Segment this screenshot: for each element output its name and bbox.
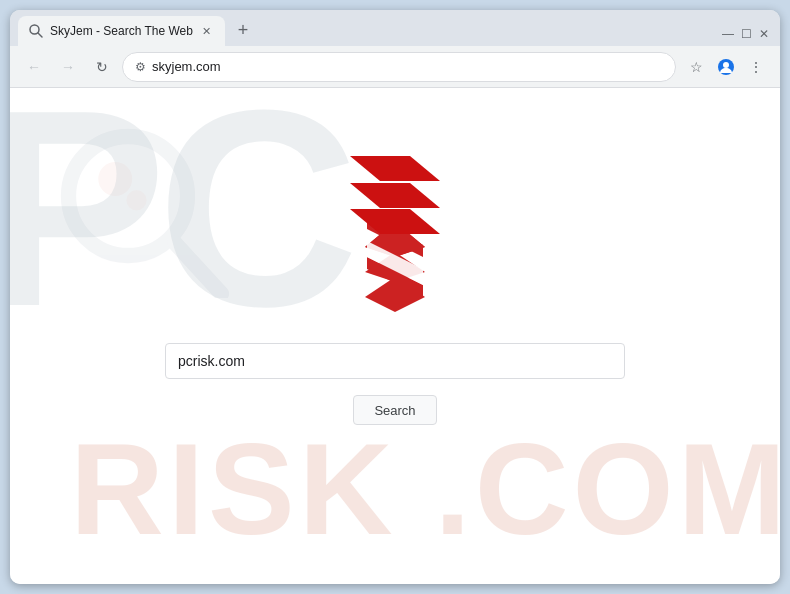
tab-close-button[interactable]: ✕ bbox=[199, 23, 215, 39]
menu-button[interactable]: ⋮ bbox=[742, 53, 770, 81]
svg-point-6 bbox=[126, 190, 146, 210]
watermark-risk-text: RISK bbox=[70, 414, 397, 564]
search-button[interactable]: Search bbox=[353, 395, 436, 425]
svg-point-5 bbox=[98, 162, 132, 196]
page-content: PC RISK .COM bbox=[10, 88, 780, 584]
close-window-button[interactable]: ✕ bbox=[756, 26, 772, 42]
svg-marker-15 bbox=[350, 156, 440, 181]
toolbar: ← → ↻ ⚙ skyjem.com ☆ ⋮ bbox=[10, 46, 780, 88]
browser-window: SkyJem - Search The Web ✕ + — ☐ ✕ ← → ↻ … bbox=[10, 10, 780, 584]
url-text: skyjem.com bbox=[152, 59, 663, 74]
tab-favicon-icon bbox=[28, 23, 44, 39]
address-bar[interactable]: ⚙ skyjem.com bbox=[122, 52, 676, 82]
svg-marker-16 bbox=[350, 209, 440, 234]
maximize-button[interactable]: ☐ bbox=[738, 26, 754, 42]
svg-point-3 bbox=[723, 62, 729, 68]
svg-marker-18 bbox=[380, 181, 440, 183]
back-button[interactable]: ← bbox=[20, 53, 48, 81]
search-input-wrapper bbox=[165, 343, 625, 379]
search-container: Search bbox=[165, 217, 625, 425]
svg-marker-17 bbox=[350, 183, 440, 208]
window-controls: — ☐ ✕ bbox=[720, 26, 772, 42]
profile-icon bbox=[717, 58, 735, 76]
forward-button[interactable]: → bbox=[54, 53, 82, 81]
tab-area: SkyJem - Search The Web ✕ + bbox=[18, 16, 720, 46]
active-tab[interactable]: SkyJem - Search The Web ✕ bbox=[18, 16, 225, 46]
svg-marker-19 bbox=[380, 208, 440, 209]
minimize-button[interactable]: — bbox=[720, 26, 736, 42]
search-input[interactable] bbox=[178, 353, 612, 369]
new-tab-button[interactable]: + bbox=[229, 16, 257, 44]
tab-title: SkyJem - Search The Web bbox=[50, 24, 193, 38]
lock-icon: ⚙ bbox=[135, 60, 146, 74]
watermark-com-text: .COM bbox=[435, 414, 780, 564]
svg-line-1 bbox=[38, 33, 42, 37]
bookmark-button[interactable]: ☆ bbox=[682, 53, 710, 81]
title-bar: SkyJem - Search The Web ✕ + — ☐ ✕ bbox=[10, 10, 780, 46]
profile-button[interactable] bbox=[712, 53, 740, 81]
toolbar-actions: ☆ ⋮ bbox=[682, 53, 770, 81]
suzuki-logo-svg bbox=[340, 141, 450, 251]
refresh-button[interactable]: ↻ bbox=[88, 53, 116, 81]
